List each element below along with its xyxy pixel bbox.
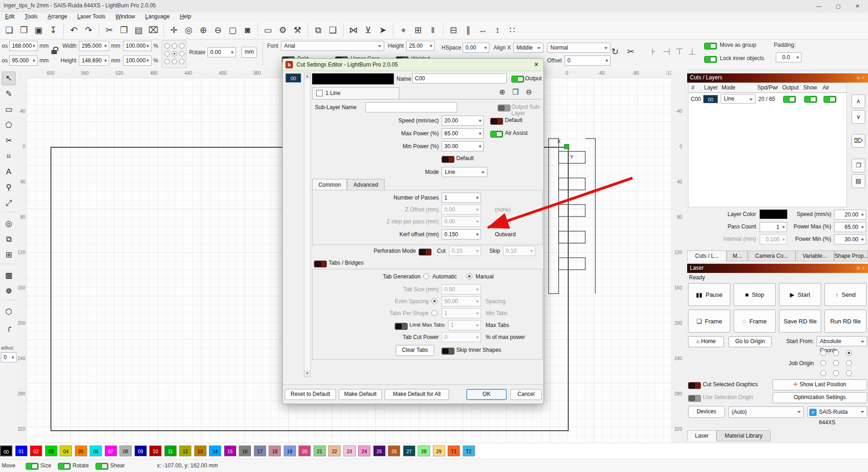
pipes-icon[interactable]: ‖ (426, 23, 440, 37)
paste-icon[interactable]: ▤ (132, 23, 146, 37)
layer-color-swatch[interactable] (760, 210, 787, 219)
ypos-field[interactable]: 95.000 (9, 56, 38, 66)
tab-gen-manual-radio[interactable] (466, 273, 472, 279)
palette-chip-13[interactable]: 13 (194, 445, 207, 456)
name-field[interactable]: C00 (412, 73, 507, 83)
palette-chip-09[interactable]: 09 (134, 445, 147, 456)
layers-list[interactable]: C00 00 Line 20 / 65 (688, 93, 847, 207)
stop-button[interactable]: ■Stop (734, 283, 776, 306)
pan-icon[interactable]: ✛ (167, 23, 181, 37)
edit-nodes-tool[interactable]: ✂ (2, 134, 16, 148)
palette-chip-T2[interactable]: T2 (463, 445, 475, 456)
xpos-field[interactable]: 168.000 (9, 41, 38, 51)
mirror-vertical-icon[interactable]: ⊻ (361, 23, 375, 37)
tab-move[interactable]: M... (727, 250, 748, 261)
float-panel-icon[interactable]: ⧉ (857, 75, 861, 80)
width-pct-field[interactable]: 100.000 (123, 41, 151, 51)
tab-advanced[interactable]: Advanced (347, 179, 385, 190)
anchor-point-2[interactable] (179, 43, 185, 49)
layer-up-button[interactable]: ∧ (851, 94, 865, 108)
align-bottom-icon[interactable]: ⊥ (685, 45, 699, 59)
zoom-out-icon[interactable]: ⊖ (211, 23, 225, 37)
copy-icon[interactable]: ❐ (117, 23, 131, 37)
new-file-icon[interactable]: ❏ (2, 23, 16, 37)
palette-chip-05[interactable]: 05 (75, 445, 87, 456)
menu-item-laser-tools[interactable]: Laser Tools (72, 12, 110, 21)
offset-field[interactable]: 0 (565, 56, 610, 66)
layer-delete-button[interactable]: ⌦ (851, 134, 865, 148)
align-top-icon[interactable]: ⊤ (672, 45, 686, 59)
pass-count-field[interactable]: 1 (760, 222, 787, 232)
rotary-setup-icon[interactable]: ↻ (608, 45, 622, 59)
layer-paste-button[interactable]: ▤ (851, 174, 865, 188)
tab-cuts-layers[interactable]: Cuts / L... (687, 250, 727, 261)
maximize-button[interactable]: ▢ (829, 0, 848, 12)
max-power-field[interactable]: 65.00 (442, 128, 484, 139)
anchor-point-8[interactable] (179, 59, 185, 64)
palette-chip-08[interactable]: 08 (119, 445, 132, 456)
palette-chip-11[interactable]: 11 (164, 445, 177, 456)
float-panel-icon[interactable]: ⧉ (857, 266, 861, 271)
palette-chip-24[interactable]: 24 (358, 445, 370, 456)
hspace-field[interactable]: 0.00 (463, 43, 489, 53)
rotate-field[interactable]: 0.00 (207, 47, 236, 57)
job-origin-radio-2[interactable] (846, 350, 852, 356)
anchor-grid[interactable] (162, 40, 186, 68)
duplicate-sublayer-icon[interactable]: ❐ (510, 87, 521, 97)
palette-chip-19[interactable]: 19 (284, 445, 296, 456)
offset-shapes-tool[interactable]: ◎ (2, 217, 16, 231)
boolean-tool[interactable]: ⊞ (2, 248, 16, 262)
tab-variable-text[interactable]: Variable... (795, 250, 834, 261)
same-width-icon[interactable]: ↔ (476, 23, 490, 37)
same-height-icon[interactable]: ↕ (491, 23, 504, 37)
tab-laser[interactable]: Laser (687, 430, 717, 441)
mode-dropdown[interactable]: Line (442, 167, 487, 177)
distribute-icon[interactable]: ∥ (461, 23, 475, 37)
frame-rect-button[interactable]: ❏Frame (688, 310, 730, 333)
measure-tool[interactable]: ⤢ (2, 196, 16, 210)
reset-to-default-button[interactable]: Reset to Default (285, 389, 336, 400)
lock-aspect-icon[interactable] (51, 50, 57, 54)
palette-chip-07[interactable]: 07 (105, 445, 117, 456)
padding-field[interactable]: 0.0 (776, 52, 801, 62)
add-sublayer-icon[interactable]: ⊕ (497, 87, 508, 97)
remove-sublayer-icon[interactable]: ⊖ (523, 87, 534, 97)
tab-shape-properties[interactable]: Shape Prop... (834, 250, 868, 261)
power-min-field[interactable]: 30.00 (834, 234, 866, 244)
home-button[interactable]: ⌂ Home (688, 336, 724, 347)
sublayer-name-field[interactable] (365, 102, 457, 112)
ok-button[interactable]: OK (466, 389, 507, 400)
preview-icon[interactable]: ▭ (261, 23, 275, 37)
even-spacing-radio[interactable] (431, 298, 437, 304)
ungroup-icon[interactable]: ❑ (326, 23, 340, 37)
palette-chip-23[interactable]: 23 (343, 445, 356, 456)
tab-gen-automatic-radio[interactable] (423, 273, 429, 279)
palette-chip-14[interactable]: 14 (209, 445, 221, 456)
table-row[interactable]: C00 00 Line 20 / 65 (689, 93, 846, 105)
palette-chip-16[interactable]: 16 (239, 445, 251, 456)
print-and-cut-icon[interactable]: ✂ (624, 45, 638, 59)
menu-item-arrange[interactable]: Arrange (43, 12, 73, 21)
scroll-up-icon[interactable]: ▲ (304, 73, 310, 79)
row-output-toggle[interactable] (783, 96, 796, 103)
sublayer-tab[interactable]: 1 Line (312, 87, 399, 100)
tab-camera-control[interactable]: Camera Co... (748, 250, 795, 261)
clear-tabs-button[interactable]: Clear Tabs (396, 345, 434, 356)
menu-item-language[interactable]: Language (140, 12, 174, 21)
power-max-field[interactable]: 65.00 (834, 222, 866, 232)
import-icon[interactable]: ↧ (46, 23, 60, 37)
polygon-tool[interactable]: ⬠ (2, 118, 16, 132)
group-icon[interactable]: ⧉ (311, 23, 325, 37)
circular-array-tool[interactable]: ☸ (2, 284, 16, 298)
speed-field[interactable]: 20.00 (442, 116, 484, 126)
cut-selected-toggle[interactable] (688, 382, 701, 389)
limit-max-tabs-toggle[interactable] (395, 323, 408, 330)
job-origin-radio-1[interactable] (833, 350, 839, 356)
goto-origin-button[interactable]: Go to Origin (728, 336, 772, 347)
row-show-toggle[interactable] (804, 96, 817, 103)
job-origin-grid[interactable] (820, 350, 853, 379)
palette-chip-25[interactable]: 25 (373, 445, 386, 456)
dock-icon[interactable]: ⊞ (411, 23, 425, 37)
font-dropdown[interactable]: Arial (281, 41, 384, 51)
row-air-toggle[interactable] (823, 96, 836, 103)
